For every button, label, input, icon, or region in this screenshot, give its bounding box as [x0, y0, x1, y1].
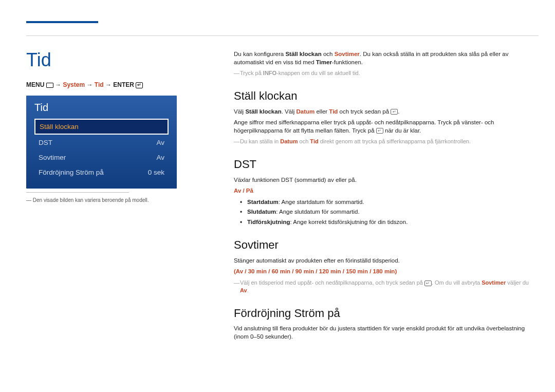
section1-p1: Välj Ställ klockan. Välj Datum eller Tid… [234, 108, 538, 116]
menu-item-label: Sovtimer [39, 154, 66, 161]
section-heading-fordrojning: Fördröjning Ström på [234, 306, 538, 321]
breadcrumb-menu: MENU [26, 81, 44, 88]
section3-note: Välj en tidsperiod med uppåt- och nedåtp… [234, 279, 538, 294]
section-heading-dst: DST [234, 157, 538, 172]
menu-item-value: 0 sek [148, 169, 164, 176]
menu-item-label: DST [39, 139, 52, 146]
enter-icon [136, 82, 143, 88]
menu-item-stall-klockan[interactable]: Ställ klockan [34, 119, 169, 135]
section2-list: Startdatum: Ange startdatum för sommarti… [240, 198, 538, 227]
section3-p1: Stänger automatiskt av produkten efter e… [234, 257, 538, 265]
breadcrumb-enter: ENTER [113, 81, 134, 88]
header-rule [26, 35, 539, 36]
menu-icon [46, 83, 53, 88]
enter-icon: ↵ [391, 109, 398, 115]
enter-icon: ↵ [376, 128, 383, 134]
section3-options: (Av / 30 min / 60 min / 90 min / 120 min… [234, 268, 538, 276]
menu-item-label: Ställ klockan [40, 123, 79, 130]
section1-p2: Ange siffror med sifferknapparna eller t… [234, 119, 538, 135]
intro-paragraph: Du kan konfigurera Ställ klockan och Sov… [234, 50, 538, 66]
page-title: Tid [26, 49, 51, 71]
panel-list: Ställ klockan DST Av Sovtimer Av Fördröj… [34, 119, 169, 179]
breadcrumb-tid: Tid [95, 81, 104, 88]
menu-panel: Tid Ställ klockan DST Av Sovtimer Av För… [26, 96, 177, 189]
breadcrumb-system: System [63, 81, 85, 88]
menu-item-fordrojning[interactable]: Fördröjning Ström på 0 sek [34, 165, 169, 179]
breadcrumb: MENU → System → Tid → ENTER [26, 81, 143, 88]
menu-item-sovtimer[interactable]: Sovtimer Av [34, 151, 169, 164]
section-heading-sovtimer: Sovtimer [234, 237, 538, 253]
section1-note: Du kan ställa in Datum och Tid direkt ge… [234, 138, 538, 145]
panel-title: Tid [34, 102, 169, 114]
enter-icon: ↵ [424, 281, 432, 286]
section2-toggle: Av / På [234, 187, 538, 195]
arrow: → [55, 81, 63, 88]
header-accent-bar [26, 21, 98, 23]
footnote-rule [26, 192, 129, 193]
content-body: Du kan konfigurera Ställ klockan och Sov… [234, 50, 538, 344]
menu-item-value: Av [156, 139, 164, 146]
footnote: ― Den visade bilden kan variera beroende… [26, 197, 180, 203]
arrow: → [105, 81, 113, 88]
section2-p1: Växlar funktionen DST (sommartid) av ell… [234, 176, 538, 184]
intro-note: Tryck på INFO-knappen om du vill se aktu… [234, 69, 538, 77]
menu-item-value: Av [156, 154, 164, 161]
menu-item-label: Fördröjning Ström på [39, 169, 104, 176]
section4-p1: Vid anslutning till flera produkter bör … [234, 325, 538, 341]
section-heading-stall-klockan: Ställ klockan [234, 88, 538, 104]
arrow: → [86, 81, 94, 88]
list-item: Slutdatum: Ange slutdatum för sommartid. [240, 208, 538, 216]
list-item: Tidförskjutning: Ange korrekt tidsförskj… [240, 218, 538, 227]
list-item: Startdatum: Ange startdatum för sommarti… [240, 198, 538, 207]
menu-item-dst[interactable]: DST Av [34, 136, 169, 150]
